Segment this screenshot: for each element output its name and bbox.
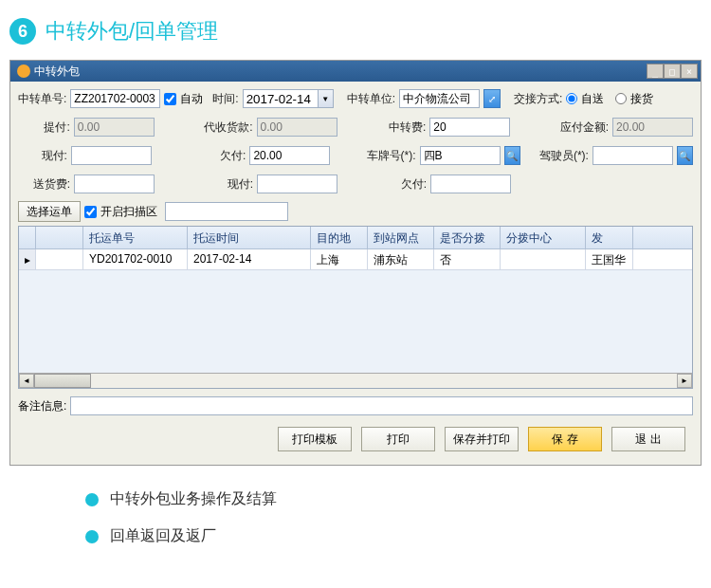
time-input-group: ▼ bbox=[243, 89, 334, 108]
list-item: 回单返回及返厂 bbox=[85, 526, 626, 546]
cash-pay2-input[interactable] bbox=[257, 175, 337, 193]
owe-pay-input[interactable] bbox=[249, 146, 330, 165]
save-button[interactable]: 保 存 bbox=[528, 427, 602, 451]
bullet-icon bbox=[85, 493, 99, 506]
payable-label: 应付金额: bbox=[542, 119, 609, 136]
transfer-fee-label: 中转费: bbox=[370, 119, 427, 136]
cell-fenbo: 否 bbox=[434, 249, 501, 269]
cell-orderno: YD201702-0010 bbox=[83, 249, 188, 269]
grid-header-fenbo[interactable]: 是否分拨 bbox=[434, 227, 501, 248]
waybill-grid: 托运单号 托运时间 目的地 到站网点 是否分拨 分拨中心 发 ▸ YD20170… bbox=[18, 226, 693, 389]
transfer-order-no-label: 中转单号: bbox=[18, 91, 66, 107]
pickup-label: 接货 bbox=[630, 91, 653, 107]
cash-pay-input[interactable] bbox=[71, 146, 152, 165]
print-button[interactable]: 打印 bbox=[361, 427, 435, 451]
scan-area-label: 开启扫描区 bbox=[100, 204, 157, 220]
exit-button[interactable]: 退 出 bbox=[611, 427, 685, 451]
cell-center bbox=[501, 249, 586, 269]
owe-pay-label: 欠付: bbox=[174, 148, 246, 164]
time-input[interactable] bbox=[244, 90, 318, 107]
pickup-radio[interactable] bbox=[615, 93, 627, 104]
minimize-button[interactable]: _ bbox=[647, 64, 664, 79]
grid-header-center[interactable]: 分拨中心 bbox=[501, 227, 586, 248]
transfer-order-no-input[interactable] bbox=[70, 89, 160, 108]
tifu-label: 提付: bbox=[18, 119, 70, 136]
section-number-badge: 6 bbox=[9, 18, 36, 45]
list-item: 中转外包业务操作及结算 bbox=[85, 489, 626, 509]
scan-input[interactable] bbox=[165, 202, 288, 221]
plate-input[interactable] bbox=[420, 146, 501, 165]
transfer-fee-input[interactable] bbox=[429, 118, 510, 137]
select-waybill-button[interactable]: 选择运单 bbox=[18, 201, 81, 222]
scroll-left-icon[interactable]: ◄ bbox=[19, 374, 34, 388]
close-button[interactable]: × bbox=[681, 64, 698, 79]
cash-pay-label: 现付: bbox=[18, 148, 67, 164]
bullet-icon bbox=[85, 530, 99, 543]
grid-header-time[interactable]: 托运时间 bbox=[188, 227, 311, 248]
scroll-right-icon[interactable]: ► bbox=[677, 374, 692, 388]
cod-label: 代收货款: bbox=[177, 119, 253, 136]
horizontal-scrollbar[interactable]: ◄ ► bbox=[19, 373, 692, 388]
remark-input[interactable] bbox=[70, 396, 693, 415]
payable-input bbox=[612, 118, 693, 137]
titlebar: 中转外包 _ □ × bbox=[10, 61, 701, 82]
cash-pay2-label: 现付: bbox=[177, 176, 253, 193]
scroll-thumb[interactable] bbox=[34, 374, 91, 388]
cell-station: 浦东站 bbox=[368, 249, 434, 269]
delivery-fee-label: 送货费: bbox=[18, 176, 70, 193]
bullet-text: 中转外包业务操作及结算 bbox=[110, 489, 277, 509]
auto-checkbox[interactable] bbox=[164, 93, 176, 105]
delivery-fee-input[interactable] bbox=[74, 175, 155, 193]
transfer-unit-input[interactable] bbox=[399, 89, 480, 108]
driver-input[interactable] bbox=[592, 146, 673, 165]
grid-header-dest[interactable]: 目的地 bbox=[311, 227, 368, 248]
owe-pay2-input[interactable] bbox=[430, 175, 511, 193]
driver-label: 驾驶员(*): bbox=[530, 148, 589, 164]
self-send-radio[interactable] bbox=[566, 93, 577, 104]
grid-header-ext[interactable]: 发 bbox=[586, 227, 633, 248]
section-title: 中转外包/回单管理 bbox=[46, 17, 218, 46]
grid-header-orderno[interactable]: 托运单号 bbox=[83, 227, 188, 248]
grid-header-selector bbox=[19, 227, 36, 248]
maximize-button[interactable]: □ bbox=[664, 64, 681, 79]
handover-method-label: 交接方式: bbox=[514, 91, 562, 107]
auto-label: 自动 bbox=[180, 91, 203, 107]
save-and-print-button[interactable]: 保存并打印 bbox=[445, 427, 519, 451]
bullet-text: 回单返回及返厂 bbox=[110, 526, 216, 546]
cell-blank bbox=[36, 249, 83, 269]
cell-dest: 上海 bbox=[311, 249, 368, 269]
app-icon bbox=[17, 64, 30, 78]
cod-input bbox=[257, 118, 337, 137]
window-title: 中转外包 bbox=[34, 64, 647, 80]
tifu-input bbox=[74, 118, 155, 137]
remark-label: 备注信息: bbox=[18, 398, 66, 414]
owe-pay2-label: 欠付: bbox=[370, 176, 427, 193]
plate-lookup-icon[interactable]: 🔍 bbox=[504, 146, 520, 165]
print-template-button[interactable]: 打印模板 bbox=[278, 427, 352, 451]
driver-lookup-icon[interactable]: 🔍 bbox=[677, 146, 693, 165]
cell-ext: 王国华 bbox=[586, 249, 633, 269]
grid-header-station[interactable]: 到站网点 bbox=[368, 227, 434, 248]
row-indicator-icon: ▸ bbox=[19, 249, 36, 269]
scan-area-checkbox[interactable] bbox=[84, 206, 97, 218]
self-send-label: 自送 bbox=[581, 91, 604, 107]
table-row[interactable]: ▸ YD201702-0010 2017-02-14 上海 浦东站 否 王国华 bbox=[19, 249, 692, 270]
cell-time: 2017-02-14 bbox=[188, 249, 311, 269]
transfer-unit-label: 中转单位: bbox=[347, 91, 395, 107]
plate-label: 车牌号(*): bbox=[355, 148, 415, 164]
date-dropdown-icon[interactable]: ▼ bbox=[318, 90, 333, 107]
app-window: 中转外包 _ □ × 中转单号: 自动 时间: ▼ 中转单位: ⤢ 交接方式: … bbox=[9, 60, 702, 466]
grid-header-blank bbox=[36, 227, 83, 248]
unit-lookup-icon[interactable]: ⤢ bbox=[483, 89, 501, 108]
time-label: 时间: bbox=[212, 91, 238, 107]
